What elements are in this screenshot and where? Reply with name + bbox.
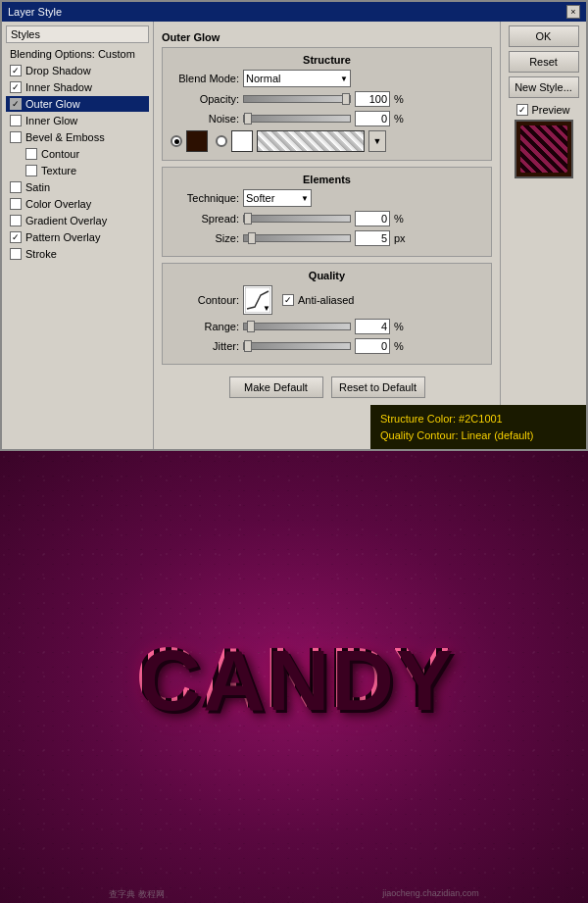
right-panel: OK Reset New Style... Preview <box>500 22 586 449</box>
noise-thumb[interactable] <box>244 113 252 125</box>
range-input[interactable] <box>355 319 390 334</box>
spread-label: Spread: <box>171 213 239 225</box>
inner-shadow-checkbox[interactable] <box>10 81 22 93</box>
sidebar-item-bevel-emboss[interactable]: Bevel & Emboss <box>6 129 149 145</box>
ok-button[interactable]: OK <box>509 25 579 47</box>
size-unit: px <box>394 232 410 244</box>
inner-glow-label: Inner Glow <box>25 115 77 126</box>
contour-preview[interactable]: ▼ <box>243 285 272 315</box>
color-overlay-label: Color Overlay <box>25 198 91 210</box>
range-thumb[interactable] <box>247 321 255 332</box>
jitter-thumb[interactable] <box>244 340 252 352</box>
sidebar-item-color-overlay[interactable]: Color Overlay <box>6 196 149 212</box>
canvas-area: CANDY 查字典 教程网 jiaocheng.chazidian.com <box>0 451 588 903</box>
preview-checkbox[interactable] <box>516 104 528 116</box>
center-panel: Outer Glow Structure Blend Mode: Normal … <box>154 22 500 449</box>
sidebar-item-blending[interactable]: Blending Options: Custom <box>6 46 149 62</box>
sidebar-item-inner-shadow[interactable]: Inner Shadow <box>6 79 149 95</box>
candy-text: CANDY <box>136 627 453 727</box>
size-label: Size: <box>171 232 239 244</box>
preview-thumbnail <box>514 120 573 178</box>
bevel-emboss-checkbox[interactable] <box>10 131 22 143</box>
noise-input[interactable] <box>355 111 390 126</box>
quality-label: Quality <box>171 270 483 281</box>
jitter-slider[interactable] <box>243 342 351 350</box>
spread-input[interactable] <box>355 211 390 226</box>
sidebar-item-outer-glow[interactable]: Outer Glow <box>6 96 149 112</box>
new-style-button[interactable]: New Style... <box>509 76 579 98</box>
color-overlay-checkbox[interactable] <box>10 198 22 210</box>
technique-value: Softer <box>246 192 274 204</box>
gradient-preview[interactable] <box>257 130 365 152</box>
reset-button[interactable]: Reset <box>509 51 579 73</box>
opacity-slider[interactable] <box>243 95 351 103</box>
gradient-overlay-label: Gradient Overlay <box>25 215 107 226</box>
spread-thumb[interactable] <box>244 213 252 225</box>
opacity-unit: % <box>394 93 410 105</box>
texture-checkbox[interactable] <box>25 165 37 176</box>
opacity-thumb[interactable] <box>342 93 350 105</box>
size-thumb[interactable] <box>248 232 256 244</box>
blend-mode-row: Blend Mode: Normal ▼ <box>171 70 483 87</box>
preview-row: Preview <box>516 104 569 116</box>
size-slider[interactable] <box>243 234 351 242</box>
satin-label: Satin <box>25 181 50 193</box>
sidebar-item-stroke[interactable]: Stroke <box>6 246 149 262</box>
gradient-radio[interactable] <box>216 135 227 147</box>
sidebar-item-drop-shadow[interactable]: Drop Shadow <box>6 63 149 78</box>
range-slider[interactable] <box>243 323 351 330</box>
inner-shadow-label: Inner Shadow <box>25 81 92 93</box>
technique-arrow-icon: ▼ <box>301 194 309 203</box>
anti-alias-label: Anti-aliased <box>298 294 354 306</box>
watermarks: 查字典 教程网 jiaocheng.chazidian.com <box>0 888 588 901</box>
satin-checkbox[interactable] <box>10 181 22 193</box>
structure-label: Structure <box>171 54 483 66</box>
noise-slider[interactable] <box>243 115 351 123</box>
blend-mode-arrow-icon: ▼ <box>340 75 348 83</box>
sidebar-item-gradient-overlay[interactable]: Gradient Overlay <box>6 213 149 228</box>
jitter-input[interactable] <box>355 338 390 354</box>
jitter-row: Jitter: % <box>171 338 483 354</box>
close-button[interactable]: × <box>566 5 580 19</box>
color-row: ▼ <box>171 130 483 152</box>
noise-row: Noise: % <box>171 111 483 126</box>
sidebar-item-contour[interactable]: Contour <box>6 146 149 162</box>
gradient-overlay-checkbox[interactable] <box>10 215 22 226</box>
contour-dropdown-arrow: ▼ <box>263 304 270 313</box>
layer-style-dialog: Layer Style × Styles Blending Options: C… <box>0 0 588 451</box>
contour-label: Contour: <box>171 294 239 306</box>
spread-slider[interactable] <box>243 215 351 223</box>
technique-label: Technique: <box>171 192 239 204</box>
size-input[interactable] <box>355 230 390 246</box>
tooltip-line1: Structure Color: #2C1001 <box>380 411 576 427</box>
sidebar-item-texture[interactable]: Texture <box>6 163 149 178</box>
styles-header: Styles <box>6 25 149 43</box>
solid-color-radio[interactable] <box>171 135 182 147</box>
stroke-label: Stroke <box>25 248 57 260</box>
drop-shadow-label: Drop Shadow <box>25 65 91 76</box>
inner-glow-checkbox[interactable] <box>10 115 22 126</box>
drop-shadow-checkbox[interactable] <box>10 65 22 76</box>
make-default-button[interactable]: Make Default <box>229 376 323 398</box>
blend-mode-dropdown[interactable]: Normal ▼ <box>243 70 351 87</box>
sidebar-item-pattern-overlay[interactable]: Pattern Overlay <box>6 229 149 245</box>
stroke-checkbox[interactable] <box>10 248 22 260</box>
reset-default-button[interactable]: Reset to Default <box>331 376 425 398</box>
sidebar-item-inner-glow[interactable]: Inner Glow <box>6 113 149 128</box>
contour-checkbox[interactable] <box>25 148 37 160</box>
bottom-buttons: Make Default Reset to Default <box>162 376 492 398</box>
watermark-1: 查字典 教程网 <box>109 888 165 901</box>
color-swatch[interactable] <box>186 130 208 152</box>
gradient-dropdown-icon[interactable]: ▼ <box>368 130 386 152</box>
noise-unit: % <box>394 113 410 125</box>
watermark-2: jiaocheng.chazidian.com <box>382 888 479 901</box>
opacity-input[interactable] <box>355 91 390 107</box>
pattern-overlay-checkbox[interactable] <box>10 231 22 243</box>
outer-glow-checkbox[interactable] <box>10 98 22 110</box>
sidebar-item-satin[interactable]: Satin <box>6 179 149 195</box>
dialog-title: Layer Style <box>8 6 62 18</box>
anti-alias-checkbox[interactable] <box>282 294 294 306</box>
pattern-overlay-label: Pattern Overlay <box>25 231 100 243</box>
technique-dropdown[interactable]: Softer ▼ <box>243 189 312 207</box>
blend-mode-label: Blend Mode: <box>171 73 239 84</box>
